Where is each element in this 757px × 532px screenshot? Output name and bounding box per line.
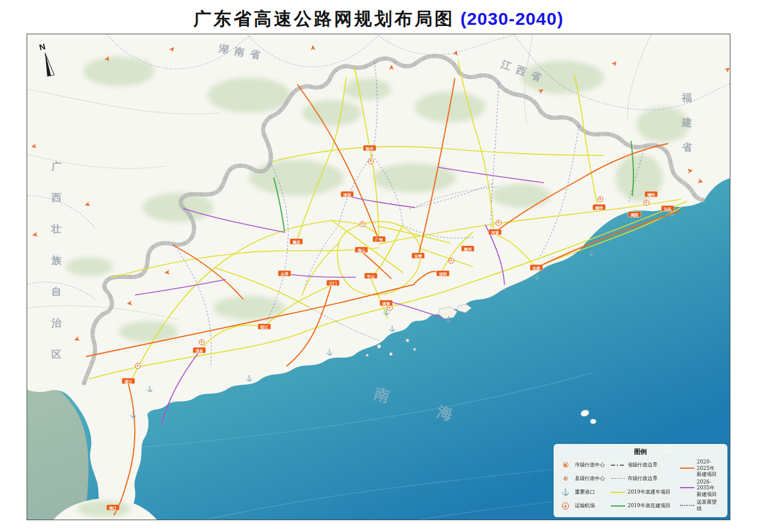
airplane-icon: ✈	[558, 502, 572, 510]
city-marker: 清远	[341, 192, 354, 197]
city-marker: 佛山	[355, 247, 368, 253]
svg-text:韶关: 韶关	[365, 147, 374, 151]
anchor-icon: ⚓	[558, 489, 572, 495]
city-marker: 汕头	[661, 206, 674, 212]
svg-text:惠州: 惠州	[464, 247, 472, 252]
svg-text:✈: ✈	[645, 200, 648, 205]
city-marker: 惠州	[461, 246, 474, 252]
legend-item-city-boundary: 市级行政边界	[611, 472, 677, 485]
port-icon: ⚓	[146, 385, 153, 392]
city-marker: 东莞	[412, 253, 425, 259]
city-marker: 茂名	[193, 348, 206, 353]
port-icon: ⚓	[445, 316, 452, 323]
svg-text:肇庆: 肇庆	[293, 240, 301, 244]
city-marker: 海口	[106, 505, 119, 511]
legend-label: 市级行政边界	[627, 475, 658, 482]
prospect-line-icon	[680, 505, 694, 506]
svg-text:✈: ✈	[361, 222, 364, 226]
legend-item-province-boundary: 省级行政边界	[611, 458, 677, 472]
airport-icon: ✈	[368, 159, 374, 164]
svg-text:阳江: 阳江	[261, 325, 269, 330]
svg-text:✈: ✈	[449, 258, 453, 262]
legend-label: 2019年底在建项目	[627, 502, 671, 509]
svg-text:福建省: 福建省	[681, 92, 693, 153]
new-2026-2035-line-icon	[680, 487, 694, 488]
airport-icon: ✈	[135, 364, 141, 369]
svg-text:清远: 清远	[343, 193, 352, 197]
legend-column-lines: 省级行政边界 市级行政边界 2019年底通车项目 2019年底在建项目	[611, 458, 677, 512]
legend-item-new-2026-2035: 2026-2035年 新建项目	[680, 479, 719, 498]
title-suffix: (2030-2040)	[455, 9, 564, 28]
svg-text:汕头: 汕头	[664, 207, 672, 212]
city-marker: 珠海	[380, 300, 393, 306]
port-icon: ⚓	[588, 249, 596, 257]
legend-body: 市级行政中心 县级行政中心 ⚓ 重要港口 ✈ 运输机场 省级行政	[558, 458, 723, 512]
airport-icon: ✈	[199, 340, 205, 345]
svg-text:✈: ✈	[599, 197, 602, 201]
svg-text:湛江: 湛江	[124, 379, 133, 384]
legend-label: 运输机场	[575, 502, 595, 509]
legend-label: 远景展望线	[697, 499, 719, 511]
svg-text:云浮: 云浮	[281, 272, 289, 277]
airport-icon: ✈	[387, 306, 393, 311]
city-marker: 河源	[489, 229, 502, 235]
airport-icon: ✈	[598, 197, 603, 202]
city-marker: 肇庆	[290, 239, 303, 245]
construction-2019-line-icon	[611, 505, 625, 507]
map-canvas: ➤➤➤➤➤➤➤➤➤➤➤➤➤➤➤➤ ⚓⚓⚓⚓⚓⚓⚓⚓⚓⚓ ✈✈✈✈✈✈✈✈✈ 韶关…	[27, 34, 730, 520]
svg-text:海口: 海口	[109, 506, 117, 511]
svg-text:揭阳: 揭阳	[630, 213, 639, 218]
legend-title: 图例	[558, 447, 723, 456]
svg-text:中山: 中山	[367, 274, 376, 279]
county-center-icon	[558, 476, 572, 481]
svg-text:河源: 河源	[491, 231, 500, 235]
region-label: 福建省	[681, 92, 693, 153]
legend-item-city-center: 市级行政中心	[558, 458, 608, 472]
svg-text:✈: ✈	[497, 220, 500, 225]
svg-text:茂名: 茂名	[195, 349, 203, 353]
city-marker: 湛江	[122, 378, 135, 384]
city-marker: 揭阳	[628, 212, 641, 218]
airport-icon: ✈	[449, 258, 454, 264]
city-marker: 中山	[364, 273, 377, 279]
port-icon: ⚓	[326, 349, 333, 356]
svg-text:珠海: 珠海	[382, 301, 391, 306]
city-boundary-icon	[611, 478, 625, 479]
legend-item-port: ⚓ 重要港口	[558, 485, 608, 499]
city-marker: 广州	[373, 236, 386, 242]
svg-text:汕尾: 汕尾	[532, 266, 541, 271]
city-marker: 深圳	[436, 271, 449, 277]
svg-text:江门: 江门	[329, 281, 337, 286]
legend-label: 县级行政中心	[575, 475, 605, 482]
svg-text:✈: ✈	[200, 340, 203, 344]
legend-label: 2026-2035年 新建项目	[697, 479, 719, 498]
svg-text:深圳: 深圳	[439, 272, 447, 277]
legend-label: 重要港口	[575, 489, 595, 495]
page-title: 广东省高速公路网规划布局图 (2030-2040)	[0, 7, 757, 31]
legend-item-county-center: 县级行政中心	[558, 472, 608, 485]
port-icon: ⚓	[534, 273, 541, 280]
title-main: 广东省高速公路网规划布局图	[193, 8, 455, 29]
legend-label: 省级行政边界	[627, 462, 658, 468]
city-marker: 潮州	[645, 192, 658, 197]
city-marker: 江门	[326, 280, 339, 286]
city-marker: 韶关	[363, 145, 376, 151]
city-marker: 阳江	[258, 324, 271, 330]
svg-text:✈: ✈	[369, 159, 373, 163]
svg-text:东莞: 东莞	[414, 254, 423, 259]
legend-column-new: 2020-2025年 新建项目 2026-2035年 新建项目 远景展望线	[680, 458, 719, 512]
legend-label: 2019年底通车项目	[627, 489, 671, 495]
legend-label: 市级行政中心	[575, 462, 605, 468]
city-marker: 梅州	[593, 205, 606, 210]
legend-column-points: 市级行政中心 县级行政中心 ⚓ 重要港口 ✈ 运输机场	[558, 458, 608, 512]
airport-icon: ✈	[360, 222, 365, 227]
port-icon: ⚓	[389, 325, 396, 332]
legend-item-new-2020-2025: 2020-2025年 新建项目	[680, 459, 719, 478]
legend-item-under-construction-2019: 2019年底在建项目	[611, 499, 677, 512]
port-icon: ⚓	[245, 375, 253, 382]
province-boundary-icon	[611, 465, 625, 466]
legend: 图例 市级行政中心 县级行政中心 ⚓ 重要港口 ✈ 运输机场	[554, 444, 727, 517]
svg-text:✈: ✈	[388, 306, 392, 310]
airport-icon: ✈	[644, 200, 649, 206]
legend-item-prospect: 远景展望线	[680, 498, 719, 512]
